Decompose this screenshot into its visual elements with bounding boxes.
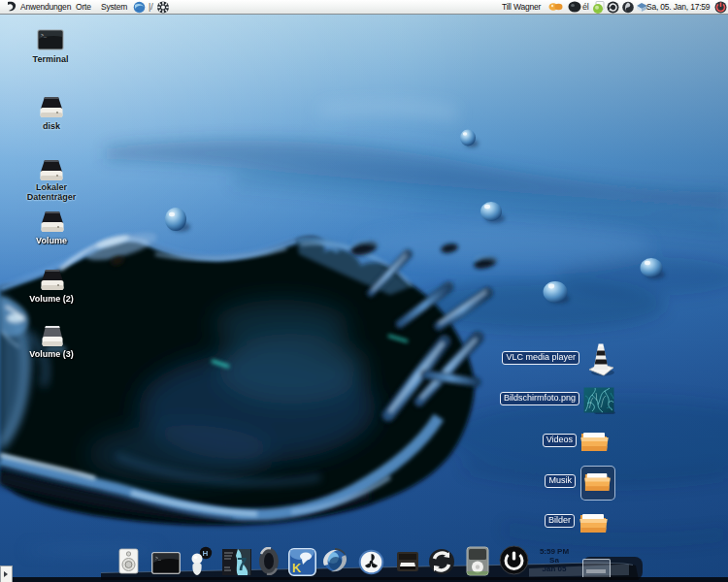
svg-text:7: 7 [237, 554, 248, 574]
svg-text:>_: >_ [41, 33, 48, 39]
svg-text:>_: >_ [155, 556, 162, 562]
svg-text:K: K [292, 561, 302, 575]
svg-text:H: H [203, 549, 209, 558]
